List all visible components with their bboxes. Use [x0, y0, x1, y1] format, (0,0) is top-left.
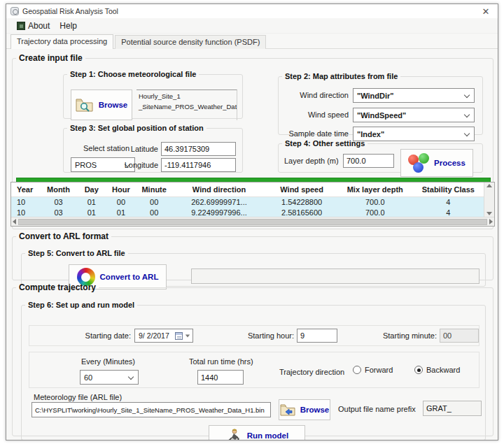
table-row[interactable]: 10 03 01 01 00 9.2249997996... 2.5816560…: [11, 207, 484, 217]
sample-date-time-label: Sample date time: [279, 129, 349, 138]
latitude-field[interactable]: [161, 142, 236, 156]
browse-meteorological-button[interactable]: Browse: [71, 89, 132, 120]
step4-group: Step 4: Other settings Layer depth (m) P…: [278, 139, 483, 173]
forward-label: Forward: [365, 366, 393, 374]
convert-progress-bar: [191, 268, 479, 284]
date-dropdown-icon[interactable]: [186, 334, 190, 337]
chevron-down-icon: [464, 111, 470, 117]
step5-label: Step 5: Convert to ARL file: [25, 249, 128, 257]
scroll-left-icon[interactable]: [13, 219, 16, 224]
col-hour[interactable]: Hour: [106, 182, 136, 196]
chevron-down-icon: [128, 373, 134, 379]
total-run-time-label: Total run time (hrs): [189, 357, 253, 366]
output-prefix-field[interactable]: [423, 401, 482, 416]
step6-label: Step 6: Set up and run model: [25, 301, 137, 309]
layer-depth-field[interactable]: [343, 154, 394, 168]
step1-label: Step 1: Choose meteorological file: [67, 70, 199, 78]
tab-psdf[interactable]: Potential source density function (PSDF): [115, 35, 266, 49]
met-file-label: Meteorology file (ARL file): [34, 393, 122, 401]
starting-date-picker[interactable]: 9/ 2/2017: [134, 329, 193, 343]
wind-direction-value: "WindDir": [357, 92, 462, 100]
chevron-down-icon: [464, 92, 470, 97]
starting-hour-label: Starting hour:: [239, 331, 294, 340]
col-year[interactable]: Year: [11, 182, 40, 196]
step4-label: Step 4: Other settings: [282, 139, 368, 148]
run-model-button[interactable]: Run model: [209, 425, 305, 441]
longitude-label: Longitude: [122, 161, 158, 169]
convert-to-arl-label: Convert to ARL: [100, 273, 159, 281]
step3-group: Step 3: Set global position of station S…: [63, 124, 243, 173]
sample-date-time-value: "Index": [357, 130, 462, 138]
weather-data-table: Year Month Day Hour Minute Wind directio…: [10, 182, 495, 227]
browse-arl-button[interactable]: Browse: [279, 399, 330, 420]
total-run-time-field[interactable]: [197, 370, 244, 385]
output-prefix-label: Output file name prefix: [338, 405, 416, 413]
starting-minute-field: [440, 329, 479, 343]
menu-about-label: About: [28, 21, 50, 31]
radio-checked-icon: [414, 366, 423, 374]
about-icon: [17, 22, 25, 30]
wind-speed-value: "WindSpeed": [357, 111, 462, 120]
step2-label: Step 2: Map attributes from file: [282, 72, 400, 80]
runner-icon: [225, 427, 242, 441]
col-day[interactable]: Day: [78, 182, 106, 196]
col-wind-direction[interactable]: Wind direction: [172, 182, 267, 196]
starting-hour-field[interactable]: [297, 329, 337, 343]
met-file-field[interactable]: [31, 402, 271, 417]
backward-radio[interactable]: Backward: [414, 366, 460, 374]
vertical-scrollbar[interactable]: [484, 182, 494, 217]
compute-trajectory-group: Compute trajectory Step 6: Set up and ru…: [12, 282, 493, 436]
horizontal-scrollbar[interactable]: [11, 217, 494, 226]
starting-date-label: Starting date:: [61, 331, 131, 340]
meteorological-file-name: Hourly_Site_1 _SiteName_PROS_Weather_Dat…: [136, 89, 237, 120]
convert-arl-group: Convert to ARL format Step 5: Convert to…: [12, 231, 493, 280]
run-model-label: Run model: [247, 431, 288, 440]
tab-page: Create input file Step 1: Choose meteoro…: [6, 49, 498, 440]
scrollbar-thumb[interactable]: [18, 219, 487, 225]
menu-about[interactable]: About: [12, 20, 55, 32]
create-input-file-label: Create input file: [16, 53, 85, 63]
every-minutes-select[interactable]: 60: [80, 370, 139, 385]
folder-arrow-icon: [280, 403, 295, 416]
run-settings-panel: Every (Minutes) 60 Total run time (hrs) …: [29, 352, 479, 388]
wind-direction-label: Wind direction: [279, 91, 349, 99]
station-value: PROS: [75, 161, 122, 169]
trajectory-direction-label: Trajectory direction: [279, 368, 344, 376]
browse-arl-label: Browse: [300, 406, 330, 414]
scroll-right-icon[interactable]: [489, 219, 493, 224]
wind-direction-select[interactable]: "WindDir": [353, 88, 475, 103]
col-mix-layer-depth[interactable]: Mix layer depth: [337, 182, 413, 196]
folder-search-icon: [76, 97, 94, 113]
process-button[interactable]: Process: [400, 149, 473, 177]
wind-speed-label: Wind speed: [279, 110, 349, 119]
process-label: Process: [434, 159, 465, 167]
scroll-up-icon[interactable]: [486, 184, 492, 187]
tab-strip: Trajectory data processing Potential sou…: [6, 34, 498, 49]
radio-unchecked-icon: [353, 366, 361, 374]
menu-help[interactable]: Help: [55, 20, 82, 32]
forward-radio[interactable]: Forward: [353, 366, 393, 374]
step3-label: Step 3: Set global position of station: [67, 124, 206, 132]
col-month[interactable]: Month: [40, 182, 78, 196]
close-icon[interactable]: ✕: [474, 4, 498, 18]
every-minutes-value: 60: [84, 373, 126, 382]
starting-minute-label: Starting minute:: [372, 331, 437, 340]
tab-trajectory-data-processing[interactable]: Trajectory data processing: [10, 34, 113, 49]
chevron-down-icon: [464, 130, 470, 136]
start-datetime-panel: Starting date: 9/ 2/2017 Starting hour: …: [29, 325, 479, 346]
wind-speed-select[interactable]: "WindSpeed": [353, 108, 475, 122]
col-stability-class[interactable]: Stability Class: [413, 182, 484, 196]
longitude-field[interactable]: [161, 158, 236, 172]
step6-group: Step 6: Set up and run model Starting da…: [21, 301, 486, 441]
col-wind-speed[interactable]: Wind speed: [267, 182, 337, 196]
table-row[interactable]: 10 03 01 00 00 262.69999971... 1.5422880…: [11, 196, 484, 207]
latitude-label: Latitude: [129, 145, 158, 153]
weather-data-grid: Year Month Day Hour Minute Wind directio…: [11, 182, 484, 217]
calendar-icon: [175, 332, 183, 340]
layer-depth-label: Layer depth (m): [284, 157, 339, 165]
app-window: Geospatial Risk Analysis Tool ✕ About He…: [6, 3, 498, 441]
scroll-down-icon[interactable]: [486, 212, 492, 215]
step1-group: Step 1: Choose meteorological file Brows…: [63, 70, 243, 119]
col-minute[interactable]: Minute: [136, 182, 172, 196]
step2-group: Step 2: Map attributes from file Wind di…: [278, 72, 483, 135]
